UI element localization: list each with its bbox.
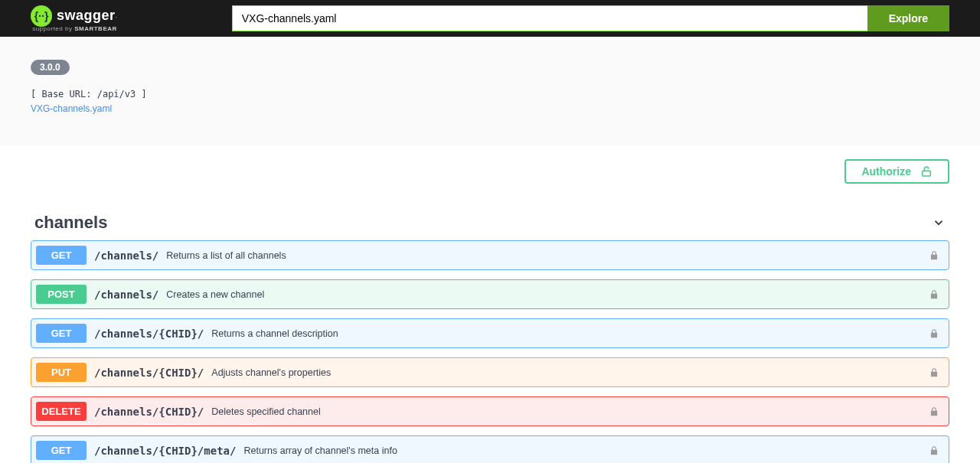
operation-row[interactable]: PUT/channels/{CHID}/Adjusts channel's pr… [31,357,949,387]
operation-path: /channels/ [94,249,158,262]
operation-summary: Creates a new channel [166,289,929,300]
chevron-down-icon [932,216,946,230]
operation-summary: Deletes specified channel [211,406,929,417]
operation-row[interactable]: DELETE/channels/{CHID}/Deletes specified… [31,396,949,426]
http-method-badge: PUT [36,363,87,382]
auth-section: Authorize [0,145,980,197]
swagger-logo-text: swagger [57,8,116,24]
http-method-badge: GET [36,246,87,265]
api-info-section: 3.0.0 [ Base URL: /api/v3 ] VXG-channels… [0,37,980,145]
operation-row[interactable]: GET/channels/{CHID}/Returns a channel de… [31,318,949,348]
lock-icon[interactable] [929,250,939,261]
operation-path: /channels/{CHID}/ [94,367,204,379]
http-method-badge: DELETE [36,402,87,421]
unlock-icon [920,165,933,178]
swagger-logo-icon: {··} [31,5,52,27]
operation-row[interactable]: GET/channels/Returns a list of all chann… [31,240,949,270]
operations-section: channels GET/channels/Returns a list of … [0,197,980,463]
operation-summary: Returns array of channel's meta info [243,445,929,456]
tag-header-channels[interactable]: channels [31,197,949,240]
topbar: {··} swagger. supported by SMARTBEAR Exp… [0,0,980,37]
http-method-badge: GET [36,324,87,343]
operation-summary: Adjusts channel's properties [211,367,929,378]
operation-summary: Returns a list of all channels [166,250,929,261]
explore-button[interactable]: Explore [867,5,949,31]
operation-row[interactable]: POST/channels/Creates a new channel [31,279,949,309]
operation-path: /channels/{CHID}/ [94,328,204,340]
operation-summary: Returns a channel description [211,328,929,339]
operation-path: /channels/{CHID}/ [94,406,204,418]
operations-list: GET/channels/Returns a list of all chann… [31,240,949,463]
lock-icon[interactable] [929,328,939,339]
tag-name: channels [34,213,107,233]
base-url-text: [ Base URL: /api/v3 ] [31,89,949,99]
swagger-logo-subtext: supported by SMARTBEAR [32,25,117,32]
svg-rect-0 [923,171,931,176]
http-method-badge: GET [36,441,87,460]
lock-icon[interactable] [929,289,939,300]
api-version-badge: 3.0.0 [31,60,70,75]
spec-url-input[interactable] [232,5,867,31]
spec-url-form: Explore [232,5,949,31]
swagger-logo[interactable]: {··} swagger. supported by SMARTBEAR [31,5,117,32]
spec-file-link[interactable]: VXG-channels.yaml [31,103,112,114]
lock-icon[interactable] [929,367,939,378]
operation-row[interactable]: GET/channels/{CHID}/meta/Returns array o… [31,435,949,463]
lock-icon[interactable] [929,406,939,417]
authorize-label: Authorize [861,165,911,178]
lock-icon[interactable] [929,445,939,456]
operation-path: /channels/{CHID}/meta/ [94,445,236,457]
operation-path: /channels/ [94,289,158,301]
authorize-button[interactable]: Authorize [844,159,949,184]
http-method-badge: POST [36,285,87,304]
